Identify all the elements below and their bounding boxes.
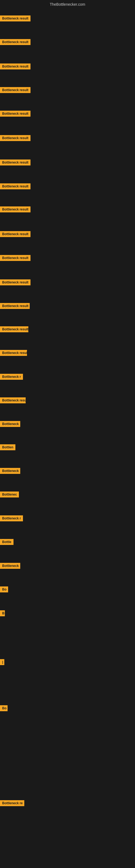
bottleneck-item: Bottleneck result (0, 207, 31, 214)
bottleneck-item: | (0, 659, 4, 666)
bottleneck-item: Bottleneck (0, 563, 20, 570)
bottleneck-badge: Bottleneck result (0, 231, 31, 237)
bottleneck-badge: Bottleneck r (0, 374, 23, 380)
bottleneck-badge: Bottleneck resu (0, 397, 26, 403)
bottleneck-item: Bottleneck result (0, 255, 31, 262)
bottleneck-item: Bottleneck result (0, 326, 28, 333)
bottleneck-badge: B (0, 610, 5, 616)
bottleneck-badge: Bottleneck result (0, 279, 31, 285)
bottleneck-item: B (0, 610, 5, 617)
bottleneck-item: Bottleneck result (0, 16, 31, 23)
bottleneck-badge: Bo (0, 586, 8, 592)
bottleneck-item: Bottleneck result (0, 303, 30, 310)
bottleneck-item: Bottleneck result (0, 231, 31, 238)
site-title: TheBottlenecker.com (0, 0, 135, 9)
bottleneck-item: Bottleneck r (0, 516, 23, 522)
bottleneck-badge: Bottleneck result (0, 16, 31, 22)
bottleneck-item: Bottleneck r (0, 374, 23, 381)
bottleneck-badge: Bo (0, 705, 8, 711)
bottleneck-item: Bo (0, 586, 8, 593)
bottleneck-badge: Bottleneck result (0, 183, 31, 189)
bottleneck-badge: Bottleneck result (0, 63, 31, 69)
bottleneck-item: Bottleneck result (0, 183, 31, 190)
bottleneck-badge: Bottleneck (0, 421, 20, 427)
bottleneck-item: Bottleneck (0, 421, 20, 428)
bottleneck-badge: Bottleneck result (0, 111, 31, 117)
bottleneck-item: Bottlen (0, 444, 15, 452)
bottleneck-badge: Bottleneck result (0, 255, 31, 261)
bottleneck-badge: | (0, 659, 4, 665)
bottleneck-badge: Bottle (0, 539, 13, 545)
bottleneck-item: Bottle (0, 539, 13, 546)
bottleneck-badge: Bottleneck (0, 468, 20, 474)
bottleneck-item: Bottleneck (0, 468, 20, 475)
bottleneck-item: Bottleneck re (0, 800, 24, 807)
bottleneck-badge: Bottlen (0, 444, 15, 450)
bottleneck-item: Bottleneck result (0, 135, 31, 142)
bottleneck-item: Bottleneck result (0, 39, 31, 46)
bottleneck-badge: Bottleneck result (0, 207, 31, 212)
bottleneck-badge: Bottleneck result (0, 303, 30, 309)
bottleneck-badge: Bottleneck re (0, 800, 24, 806)
bottleneck-badge: Bottleneck result (0, 350, 27, 356)
bottleneck-badge: Bottleneck result (0, 39, 31, 45)
bottleneck-item: Bottleneck result (0, 87, 31, 94)
bottleneck-item: Bottleneck result (0, 159, 31, 166)
bottleneck-badge: Bottleneck result (0, 135, 31, 141)
bottleneck-item: Bottlenec (0, 492, 19, 499)
bottleneck-badge: Bottleneck result (0, 87, 31, 93)
bottleneck-item: Bottleneck result (0, 63, 31, 70)
bottleneck-item: Bottleneck result (0, 350, 27, 357)
bottleneck-item: Bottleneck result (0, 111, 31, 118)
bottleneck-badge: Bottleneck result (0, 326, 28, 332)
bottleneck-badge: Bottlenec (0, 492, 19, 497)
bottleneck-item: Bo (0, 705, 8, 712)
bottleneck-badge: Bottleneck r (0, 516, 23, 521)
bottleneck-item: Bottleneck resu (0, 397, 26, 404)
bottleneck-badge: Bottleneck result (0, 159, 31, 165)
bottleneck-badge: Bottleneck (0, 563, 20, 569)
bottleneck-item: Bottleneck result (0, 279, 31, 286)
